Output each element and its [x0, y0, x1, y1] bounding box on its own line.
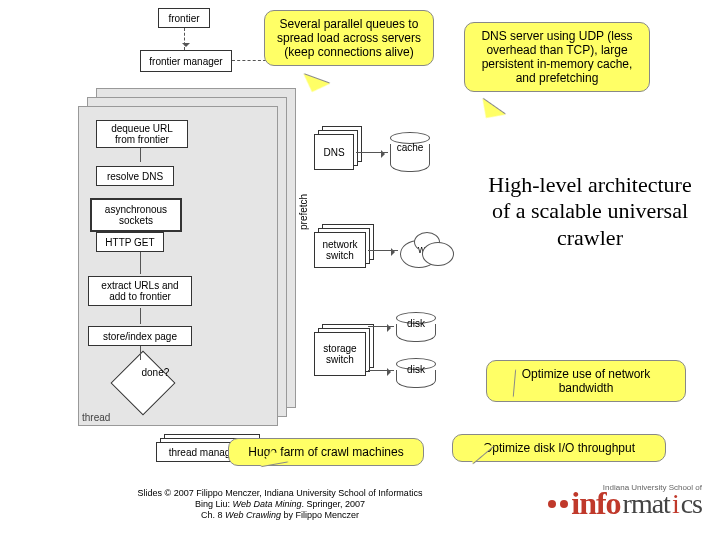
storage-switch-box: storage switch	[314, 332, 366, 376]
callout-dns-ptr	[467, 99, 506, 138]
network-switch-box: network switch	[314, 232, 366, 268]
connector	[140, 346, 141, 360]
web-cloud: web	[400, 232, 460, 272]
extract-label: extract URLs and add to frontier	[93, 280, 187, 302]
dns-box: DNS	[314, 134, 354, 170]
storage-switch-label: storage switch	[319, 343, 361, 365]
dequeue-box: dequeue URL from frontier	[96, 120, 188, 148]
credit-l1: Slides © 2007 Filippo Menczer, Indiana U…	[138, 488, 423, 498]
credit-l3b: Web Crawling	[225, 510, 281, 520]
done-label: done?	[132, 367, 178, 378]
informatics-logo: Indiana University School of informatics	[547, 485, 702, 522]
store-label: store/index page	[103, 331, 177, 342]
web-label: web	[418, 244, 436, 255]
http-get-box: HTTP GET	[96, 232, 164, 252]
credit-l3c: by Filippo Menczer	[281, 510, 359, 520]
resolve-dns-box: resolve DNS	[96, 166, 174, 186]
callout-disk-text: Optimize disk I/O throughput	[483, 441, 635, 455]
logo-tagline: Indiana University School of	[603, 483, 702, 492]
logo-part2: rmat	[623, 488, 670, 520]
frontier-box: frontier	[158, 8, 210, 28]
connector	[140, 148, 141, 162]
thread-label: thread	[82, 412, 110, 423]
async-sockets-box: asynchronous sockets	[90, 198, 182, 232]
connector	[368, 250, 398, 251]
async-sockets-label: asynchronous sockets	[96, 204, 176, 226]
frontier-manager-box: frontier manager	[140, 50, 232, 72]
connector	[368, 370, 394, 371]
prefetch-label: prefetch	[298, 194, 309, 230]
credit-block: Slides © 2007 Filippo Menczer, Indiana U…	[110, 488, 450, 520]
logo-part3: cs	[681, 488, 702, 520]
page-title-text: High-level architecture of a scalable un…	[488, 172, 691, 250]
connector	[356, 152, 388, 153]
network-switch-label: network switch	[319, 239, 361, 261]
callout-farm-ptr	[256, 434, 288, 466]
dns-label: DNS	[323, 147, 344, 158]
callout-queues-ptr	[294, 74, 330, 110]
extract-box: extract URLs and add to frontier	[88, 276, 192, 306]
disk1-cyl: disk	[396, 312, 436, 342]
cache-cyl: cache	[390, 132, 430, 172]
http-get-label: HTTP GET	[105, 237, 154, 248]
credit-l2a: Bing Liu:	[195, 499, 233, 509]
disk1-label: disk	[396, 318, 436, 329]
callout-queues-text: Several parallel queues to spread load a…	[277, 17, 421, 59]
connector	[140, 252, 141, 274]
store-box: store/index page	[88, 326, 192, 346]
dequeue-label: dequeue URL from frontier	[101, 123, 183, 145]
callout-queues: Several parallel queues to spread load a…	[264, 10, 434, 66]
connector	[140, 308, 141, 324]
page-title: High-level architecture of a scalable un…	[480, 172, 700, 251]
disk2-label: disk	[396, 364, 436, 375]
disk2-cyl: disk	[396, 358, 436, 388]
callout-bandwidth-text: Optimize use of network bandwidth	[522, 367, 651, 395]
callout-bandwidth-ptr	[485, 367, 515, 397]
cache-label: cache	[390, 142, 430, 153]
callout-dns-text: DNS server using UDP (less overhead than…	[481, 29, 632, 85]
callout-bandwidth: Optimize use of network bandwidth	[486, 360, 686, 402]
credit-l2c: . Springer, 2007	[301, 499, 365, 509]
resolve-dns-label: resolve DNS	[107, 171, 163, 182]
frontier-manager-label: frontier manager	[149, 56, 222, 67]
credit-l3a: Ch. 8	[201, 510, 225, 520]
arrow	[184, 28, 185, 50]
frontier-label: frontier	[168, 13, 199, 24]
connector	[368, 326, 394, 327]
callout-dns: DNS server using UDP (less overhead than…	[464, 22, 650, 92]
credit-l2b: Web Data Mining	[233, 499, 302, 509]
